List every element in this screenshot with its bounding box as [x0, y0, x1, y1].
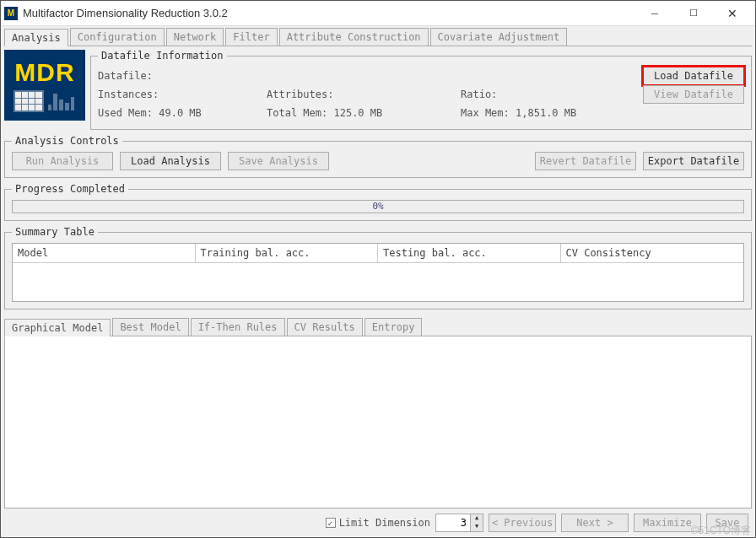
- summary-header-testing: Testing bal. acc.: [378, 244, 561, 263]
- tab-network[interactable]: Network: [166, 28, 224, 46]
- summary-header-model: Model: [13, 244, 196, 263]
- limit-dimension-checkbox[interactable]: ✓ Limit Dimension: [326, 517, 430, 529]
- app-icon: M: [4, 7, 18, 20]
- subtab-best-model[interactable]: Best Model: [112, 318, 188, 336]
- logo-text: MDR: [14, 58, 74, 87]
- revert-datafile-button[interactable]: Revert Datafile: [535, 152, 636, 170]
- summary-table: Summary Table Model Training bal. acc. T…: [4, 226, 752, 309]
- tab-analysis[interactable]: Analysis: [4, 29, 68, 46]
- analysis-controls-legend: Analysis Controls: [12, 135, 122, 147]
- logo-graphic: [14, 90, 77, 112]
- spinner-up-icon[interactable]: ▲: [471, 514, 483, 523]
- subtab-entropy[interactable]: Entropy: [364, 318, 423, 336]
- ratio-label: Ratio:: [461, 89, 643, 100]
- sub-body: [4, 336, 752, 508]
- next-button[interactable]: Next >: [561, 514, 629, 532]
- content-area: Analysis Configuration Network Filter At…: [1, 26, 755, 537]
- summary-legend: Summary Table: [12, 226, 98, 238]
- app-window: M Multifactor Dimensionality Reduction 3…: [0, 0, 756, 538]
- tab-attribute-construction[interactable]: Attribute Construction: [279, 28, 429, 46]
- tab-filter[interactable]: Filter: [225, 28, 277, 46]
- progress-bar: 0%: [12, 200, 744, 213]
- summary-grid: Model Training bal. acc. Testing bal. ac…: [12, 243, 744, 302]
- window-controls: ─ ☐ ✕: [635, 2, 752, 25]
- tab-configuration[interactable]: Configuration: [70, 28, 165, 46]
- minimize-button[interactable]: ─: [635, 2, 674, 25]
- instances-label: Instances:: [98, 89, 267, 100]
- titlebar: M Multifactor Dimensionality Reduction 3…: [1, 1, 755, 26]
- close-button[interactable]: ✕: [713, 2, 752, 25]
- subtab-if-then-rules[interactable]: If-Then Rules: [191, 318, 285, 336]
- top-row: MDR Datafile Information Datafile: Load …: [4, 50, 752, 130]
- save-view-button[interactable]: Save: [706, 514, 748, 532]
- tab-covariate-adjustment[interactable]: Covariate Adjustment: [430, 28, 568, 46]
- progress-text: 0%: [372, 201, 383, 212]
- limit-dimension-input[interactable]: [436, 517, 470, 529]
- summary-header-training: Training bal. acc.: [196, 244, 379, 263]
- progress-completed: Progress Completed 0%: [4, 183, 752, 221]
- check-icon: ✓: [326, 518, 336, 528]
- datafile-label: Datafile:: [98, 70, 267, 82]
- view-datafile-button[interactable]: View Datafile: [643, 85, 744, 104]
- datafile-information: Datafile Information Datafile: Load Data…: [90, 50, 752, 130]
- maximize-view-button[interactable]: Maximize: [634, 514, 701, 532]
- spinner-down-icon[interactable]: ▼: [471, 523, 483, 531]
- limit-dimension-label: Limit Dimension: [339, 517, 430, 529]
- subtab-cv-results[interactable]: CV Results: [287, 318, 363, 336]
- subtab-graphical-model[interactable]: Graphical Model: [4, 319, 111, 336]
- mdr-logo: MDR: [4, 50, 85, 121]
- datafile-legend: Datafile Information: [98, 50, 227, 62]
- attributes-label: Attributes:: [267, 89, 461, 100]
- export-datafile-button[interactable]: Export Datafile: [643, 152, 744, 170]
- limit-dimension-spinner[interactable]: ▲ ▼: [435, 514, 483, 532]
- progress-legend: Progress Completed: [12, 183, 128, 195]
- window-title: Multifactor Dimensionality Reduction 3.0…: [23, 7, 635, 19]
- load-analysis-button[interactable]: Load Analysis: [120, 152, 221, 170]
- bottom-bar: ✓ Limit Dimension ▲ ▼ < Previous Next > …: [4, 508, 752, 534]
- save-analysis-button[interactable]: Save Analysis: [228, 152, 329, 170]
- summary-header-cv: CV Consistency: [561, 244, 744, 263]
- run-analysis-button[interactable]: Run Analysis: [12, 152, 113, 170]
- analysis-controls: Analysis Controls Run Analysis Load Anal…: [4, 135, 752, 178]
- sub-tabs: Graphical Model Best Model If-Then Rules…: [4, 318, 752, 336]
- previous-button[interactable]: < Previous: [489, 514, 556, 532]
- max-mem: Max Mem: 1,851.0 MB: [461, 107, 643, 119]
- main-tabs: Analysis Configuration Network Filter At…: [4, 28, 752, 46]
- maximize-button[interactable]: ☐: [674, 2, 713, 25]
- used-mem: Used Mem: 49.0 MB: [98, 107, 267, 119]
- load-datafile-button[interactable]: Load Datafile: [643, 67, 744, 85]
- total-mem: Total Mem: 125.0 MB: [267, 107, 461, 119]
- sub-panel: Graphical Model Best Model If-Then Rules…: [4, 318, 752, 534]
